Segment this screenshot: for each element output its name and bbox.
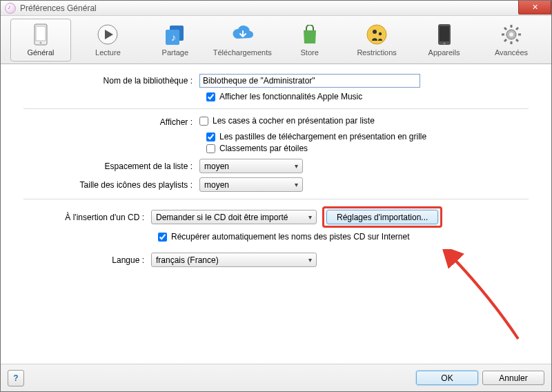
play-icon — [97, 23, 119, 46]
language-value: français (France) — [156, 255, 219, 265]
window-title: Préférences Général — [20, 3, 97, 13]
tab-store[interactable]: Store — [279, 19, 340, 61]
tab-restrictions[interactable]: Restrictions — [346, 19, 407, 61]
tab-label: Avancées — [495, 48, 528, 57]
sharing-icon: ♪ — [164, 23, 186, 46]
tab-sharing[interactable]: ♪ Partage — [145, 19, 206, 61]
highlight-box: Réglages d'importation... — [322, 206, 442, 228]
svg-point-2 — [40, 41, 42, 43]
preferences-window: Préférences Général ✕ Général Lecture ♪ … — [0, 0, 552, 392]
help-icon: ? — [13, 373, 18, 383]
star-ratings-checkbox[interactable] — [206, 144, 215, 153]
toolbar: Général Lecture ♪ Partage Téléchargement… — [1, 16, 551, 64]
star-ratings-label: Classements par étoiles — [219, 144, 308, 153]
tab-playback[interactable]: Lecture — [77, 19, 138, 61]
tab-label: Appareils — [428, 48, 460, 57]
svg-line-21 — [516, 39, 518, 41]
cd-insert-select[interactable]: Demander si le CD doit être importé — [151, 210, 317, 224]
ok-label: OK — [441, 373, 453, 383]
cd-insert-value: Demander si le CD doit être importé — [156, 213, 288, 222]
list-spacing-label: Espacement de la liste : — [13, 161, 199, 171]
list-spacing-select[interactable]: moyen — [199, 159, 303, 173]
apple-music-checkbox[interactable] — [206, 92, 215, 101]
phone-icon — [30, 23, 52, 46]
svg-point-8 — [367, 25, 386, 44]
tab-devices[interactable]: Appareils — [414, 19, 475, 61]
tab-label: Partage — [162, 48, 189, 57]
svg-point-13 — [443, 42, 445, 44]
svg-point-10 — [379, 32, 382, 35]
titlebar: Préférences Général ✕ — [1, 1, 551, 16]
svg-rect-1 — [36, 26, 46, 41]
svg-point-15 — [509, 32, 513, 37]
svg-text:♪: ♪ — [171, 32, 176, 43]
fetch-names-label: Récupérer automatiquement les noms des p… — [171, 232, 410, 242]
gear-icon — [500, 23, 522, 46]
library-name-label: Nom de la bibliothèque : — [13, 76, 199, 86]
svg-line-20 — [504, 28, 506, 30]
cancel-button[interactable]: Annuler — [482, 371, 544, 385]
cancel-label: Annuler — [499, 373, 527, 383]
tab-label: Restrictions — [357, 48, 396, 57]
apple-music-label: Afficher les fonctionnalités Apple Music — [219, 92, 362, 101]
tab-downloads[interactable]: Téléchargements — [212, 19, 273, 61]
cd-insert-label: À l'insertion d'un CD : — [13, 213, 151, 222]
grid-badges-label: Les pastilles de téléchargement en prése… — [219, 132, 426, 141]
tab-label: Téléchargements — [213, 48, 272, 57]
svg-point-9 — [373, 30, 377, 34]
language-select[interactable]: français (France) — [151, 253, 317, 267]
content-panel: Nom de la bibliothèque : Afficher les fo… — [1, 64, 551, 364]
ok-button[interactable]: OK — [416, 371, 478, 385]
library-name-input[interactable] — [199, 74, 420, 88]
separator — [23, 199, 529, 199]
fetch-names-checkbox[interactable] — [158, 233, 167, 242]
tab-label: Store — [301, 48, 319, 57]
display-label: Afficher : — [13, 117, 199, 127]
tab-general[interactable]: Général — [10, 19, 71, 61]
close-button[interactable]: ✕ — [518, 1, 551, 14]
list-spacing-value: moyen — [204, 161, 229, 171]
close-icon: ✕ — [532, 3, 538, 11]
playlist-icon-size-value: moyen — [204, 180, 229, 190]
list-checkboxes-checkbox[interactable] — [199, 117, 208, 126]
tab-label: Lecture — [95, 48, 121, 57]
list-checkboxes-label: Les cases à cocher en présentation par l… — [213, 116, 375, 126]
grid-badges-checkbox[interactable] — [206, 133, 215, 141]
import-settings-button[interactable]: Réglages d'importation... — [326, 210, 438, 224]
tab-advanced[interactable]: Avancées — [481, 19, 542, 61]
itunes-app-icon — [5, 3, 16, 14]
shopping-bag-icon — [299, 23, 321, 46]
svg-line-22 — [504, 39, 506, 41]
device-icon — [433, 23, 455, 46]
language-label: Langue : — [13, 255, 151, 265]
playlist-icon-size-select[interactable]: moyen — [199, 177, 303, 192]
separator — [23, 108, 529, 109]
footer: ? OK Annuler — [1, 364, 551, 391]
cloud-download-icon — [231, 23, 253, 46]
tab-label: Général — [27, 48, 54, 57]
svg-line-23 — [516, 28, 518, 30]
import-settings-label: Réglages d'importation... — [337, 213, 428, 222]
help-button[interactable]: ? — [8, 370, 24, 386]
playlist-icon-size-label: Taille des icônes des playlists : — [13, 180, 199, 190]
svg-rect-12 — [440, 26, 449, 41]
parental-icon — [366, 23, 388, 46]
